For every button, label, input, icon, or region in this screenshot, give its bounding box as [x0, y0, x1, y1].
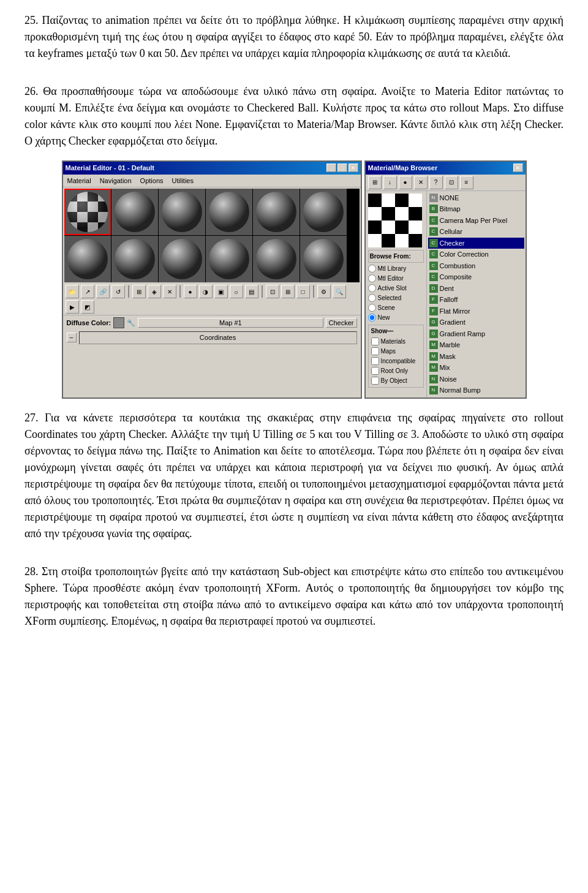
sphere-slot-3[interactable]: [159, 189, 205, 235]
sphere-slot-6[interactable]: [300, 189, 347, 235]
medium-samples-button[interactable]: ⊞: [281, 285, 295, 298]
checker-preview: [368, 194, 422, 247]
sphere-slot-8[interactable]: [111, 236, 158, 282]
close-button[interactable]: ×: [349, 164, 358, 172]
browser-btn-list[interactable]: ≡: [460, 176, 473, 189]
get-material-button[interactable]: 📁: [66, 285, 79, 298]
sphere-slot-5[interactable]: [253, 189, 300, 235]
delete-button[interactable]: ✕: [163, 285, 176, 298]
map-marble[interactable]: MMarble: [428, 339, 524, 351]
sphere-slot-10[interactable]: [206, 236, 252, 282]
checker-cell-5: [368, 207, 382, 220]
eyedropper-icon[interactable]: 🔧: [127, 318, 135, 328]
show-maps[interactable]: Maps: [371, 347, 421, 356]
map-cellular[interactable]: CCellular: [428, 226, 524, 238]
svg-rect-15: [77, 222, 88, 233]
extra-button[interactable]: ◩: [81, 300, 94, 314]
radio-mtl-library[interactable]: Mtl Library: [368, 264, 424, 273]
cube-view-button[interactable]: ▣: [214, 285, 228, 298]
show-materials[interactable]: Materials: [371, 337, 421, 346]
put-material-button[interactable]: ↗: [81, 285, 94, 298]
menu-navigation[interactable]: Navigation: [98, 176, 134, 186]
radio-selected[interactable]: Selected: [368, 293, 424, 303]
diffuse-map-button[interactable]: Map #1: [138, 318, 323, 328]
map-none[interactable]: NNONE: [428, 192, 524, 204]
assign-material-button[interactable]: 🔗: [96, 285, 110, 298]
svg-rect-16: [88, 222, 98, 233]
toolbar-separator-4: [313, 285, 314, 298]
map-gradient-ramp[interactable]: GGradient Ramp: [428, 328, 524, 340]
toolbar-separator-2: [179, 285, 181, 298]
map-composite[interactable]: CComposite: [428, 271, 524, 283]
map-color-correction[interactable]: CColor Correction: [428, 249, 524, 260]
map-falloff[interactable]: FFalloff: [428, 294, 524, 306]
map-bitmap[interactable]: BBitmap: [428, 203, 524, 215]
material-editor-title: Material Editor - 01 - Default: [66, 163, 154, 173]
menu-options[interactable]: Options: [138, 176, 165, 186]
sphere-slot-4[interactable]: [206, 189, 252, 235]
sphere-slot-9[interactable]: [159, 236, 205, 282]
map-mix[interactable]: MMix: [428, 362, 524, 374]
map-combustion[interactable]: CCombustion: [428, 260, 524, 272]
sphere-slot-1[interactable]: [64, 189, 111, 235]
copy-button[interactable]: ⊞: [132, 285, 146, 298]
map-mask[interactable]: MMask: [428, 351, 524, 363]
browser-btn-grid[interactable]: ⊡: [445, 176, 458, 189]
small-samples-button[interactable]: ⊡: [266, 285, 279, 298]
sphere-slot-12[interactable]: [300, 236, 347, 282]
svg-point-25: [162, 239, 202, 279]
menu-material[interactable]: Material: [66, 176, 93, 186]
maximize-button[interactable]: □: [337, 164, 347, 172]
sphere-grid: [64, 189, 360, 282]
svg-rect-11: [77, 212, 88, 222]
map-normal-bump[interactable]: NNormal Bump: [428, 385, 524, 396]
dent-icon: D: [429, 284, 438, 293]
checker-cell-13: [368, 234, 382, 247]
radio-scene[interactable]: Scene: [368, 303, 424, 312]
diffuse-checker-button[interactable]: Checker: [326, 318, 357, 328]
map-flat-mirror[interactable]: FFlat Mirror: [428, 306, 524, 317]
bitmap-icon: B: [429, 205, 438, 213]
map-checker[interactable]: CChecker: [428, 238, 524, 249]
browser-btn-3[interactable]: ●: [399, 176, 412, 189]
radio-new[interactable]: New: [368, 313, 424, 322]
browser-close-button[interactable]: ×: [513, 164, 523, 172]
svg-rect-14: [67, 222, 77, 233]
show-by-object[interactable]: By Object: [371, 376, 421, 385]
large-samples-button[interactable]: □: [296, 285, 310, 298]
show-incompatible[interactable]: Incompatible: [371, 356, 421, 366]
map-dent[interactable]: DDent: [428, 283, 524, 295]
map-camera-map-per-pixel[interactable]: CCamera Map Per Pixel: [428, 215, 524, 227]
pick-material-button[interactable]: 🔍: [333, 285, 346, 298]
sphere-slot-2[interactable]: [111, 189, 158, 235]
svg-point-27: [256, 239, 296, 279]
checker-cell-12: [409, 220, 422, 234]
show-group: Show— Materials Maps Incompatible Root O…: [368, 325, 424, 388]
cylinder-view-button[interactable]: ◑: [199, 285, 213, 298]
reset-map-button[interactable]: ↺: [111, 285, 125, 298]
radio-mtl-editor[interactable]: Mtl Editor: [368, 274, 424, 283]
radio-active-slot[interactable]: Active Slot: [368, 284, 424, 293]
minimize-button[interactable]: _: [326, 164, 336, 172]
collapse-coordinates-button[interactable]: −: [67, 333, 77, 342]
browser-btn-2[interactable]: ↓: [383, 176, 397, 189]
map-gradient[interactable]: GGradient: [428, 317, 524, 328]
diffuse-color-swatch[interactable]: [113, 317, 124, 328]
checker-cell-8: [409, 207, 422, 220]
browser-btn-1[interactable]: ⊞: [368, 176, 382, 189]
background-button[interactable]: ▤: [245, 285, 258, 298]
sphere-slot-11[interactable]: [253, 236, 300, 282]
sphere-slot-7[interactable]: [64, 236, 111, 282]
map-noise[interactable]: NNoise: [428, 374, 524, 385]
unique-button[interactable]: ◈: [148, 285, 161, 298]
menu-utilities[interactable]: Utilities: [170, 176, 195, 186]
backlight-button[interactable]: ☼: [230, 285, 243, 298]
browser-btn-help[interactable]: ?: [429, 176, 443, 189]
toolbar-separator-3: [262, 285, 263, 298]
options-button[interactable]: ⚙: [317, 285, 331, 298]
sphere-view-button[interactable]: ●: [184, 285, 197, 298]
browser-btn-cancel[interactable]: ✕: [414, 176, 428, 189]
video-button[interactable]: ▶: [66, 300, 79, 314]
checker-cell-14: [382, 234, 395, 247]
show-root-only[interactable]: Root Only: [371, 366, 421, 375]
